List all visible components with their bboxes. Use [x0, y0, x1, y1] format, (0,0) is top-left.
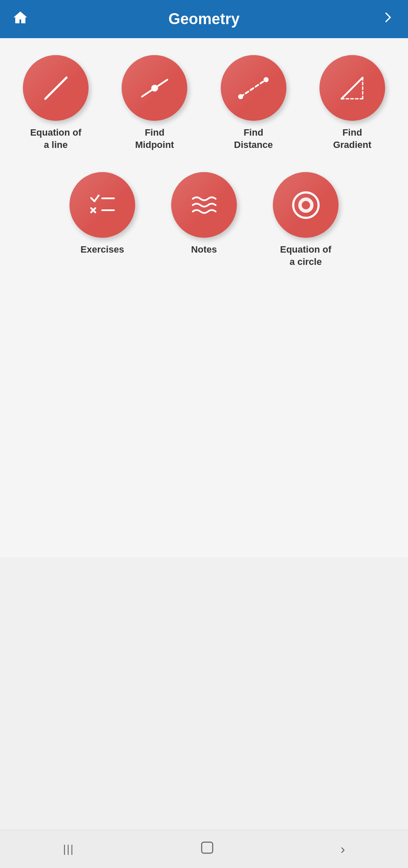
notes-item[interactable]: Notes [155, 168, 253, 272]
svg-point-13 [293, 192, 319, 218]
equation-line-label: Equation ofa line [30, 127, 81, 151]
svg-point-4 [238, 94, 243, 99]
equation-line-icon [23, 55, 89, 121]
svg-point-2 [151, 85, 158, 92]
find-midpoint-icon [122, 55, 187, 121]
svg-point-15 [302, 201, 310, 209]
notes-label: Notes [191, 244, 217, 256]
find-gradient-label: FindGradient [333, 127, 371, 151]
equation-circle-icon [273, 172, 339, 238]
nav-back-button[interactable]: ||| [55, 838, 83, 860]
grid-row-2: Exercises Notes [8, 168, 400, 272]
app-header: Geometry [0, 0, 408, 38]
empty-space [0, 557, 408, 830]
grid-row-1: Equation ofa line FindMidpoint FindDi [8, 51, 400, 155]
notes-icon [171, 172, 237, 238]
exercises-item[interactable]: Exercises [54, 168, 151, 272]
nav-forward-button[interactable]: › [332, 837, 354, 861]
svg-line-6 [341, 78, 363, 99]
page-title: Geometry [28, 10, 380, 28]
svg-point-14 [298, 198, 314, 213]
svg-line-1 [142, 80, 167, 97]
svg-line-3 [241, 80, 266, 97]
svg-line-0 [45, 78, 67, 99]
find-distance-label: FindDistance [234, 127, 273, 151]
find-gradient-item[interactable]: FindGradient [305, 51, 400, 155]
svg-rect-16 [202, 842, 213, 853]
find-midpoint-item[interactable]: FindMidpoint [107, 51, 202, 155]
equation-circle-item[interactable]: Equation ofa circle [257, 168, 355, 272]
equation-circle-label: Equation ofa circle [280, 244, 331, 268]
home-icon[interactable] [13, 10, 28, 28]
find-distance-item[interactable]: FindDistance [206, 51, 301, 155]
nav-home-button[interactable] [192, 836, 223, 862]
exercises-label: Exercises [80, 244, 124, 256]
main-content: Equation ofa line FindMidpoint FindDi [0, 38, 408, 557]
find-distance-icon [221, 55, 286, 121]
svg-point-5 [264, 77, 269, 82]
find-midpoint-label: FindMidpoint [135, 127, 174, 151]
equation-line-item[interactable]: Equation ofa line [8, 51, 103, 155]
forward-arrow-icon[interactable] [380, 10, 395, 28]
svg-line-11 [91, 208, 95, 212]
find-gradient-icon [319, 55, 385, 121]
svg-line-10 [91, 208, 95, 212]
exercises-icon [69, 172, 135, 238]
bottom-navigation: ||| › [0, 830, 408, 868]
